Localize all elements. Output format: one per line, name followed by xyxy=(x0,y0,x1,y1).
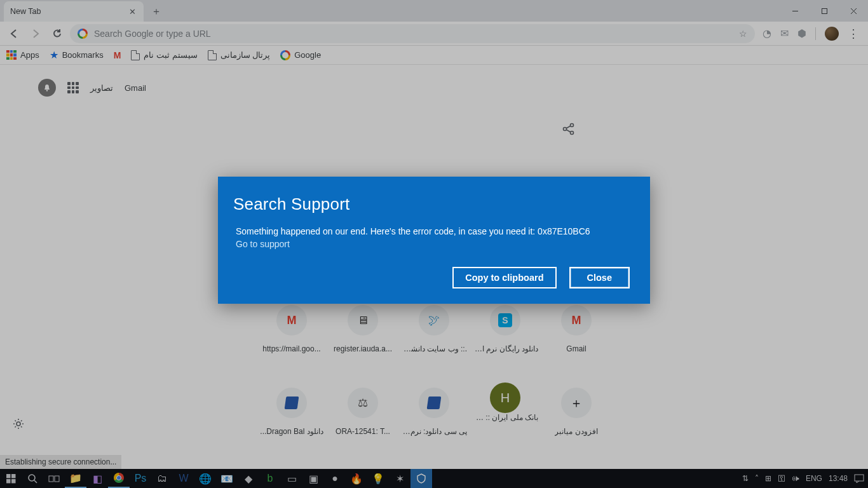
bookmark-star-icon[interactable]: ☆ xyxy=(739,29,747,39)
shortcut-icon-circle: 🖥 xyxy=(348,305,378,336)
taskbar-app[interactable]: 🔥 xyxy=(346,469,367,488)
ntp-shortcut[interactable]: Sدانلود رایگان نرم افزار xyxy=(470,300,541,383)
svg-line-16 xyxy=(34,480,37,483)
ntp-shortcut[interactable]: 🖥register.iauda.a... xyxy=(327,300,398,383)
taskbar-app[interactable]: ▭ xyxy=(281,469,302,488)
close-window-button[interactable] xyxy=(839,0,868,22)
taskbar-app[interactable]: 🌐 xyxy=(194,469,216,488)
taskbar-app[interactable]: 📁 xyxy=(65,469,86,488)
taskbar-app-active[interactable] xyxy=(410,469,432,488)
forward-button[interactable] xyxy=(27,25,44,43)
maximize-button[interactable] xyxy=(810,0,839,22)
bookmark-item[interactable]: پرتال سازمانی xyxy=(208,50,271,60)
google-icon xyxy=(78,29,88,39)
bookmark-label: Bookmarks xyxy=(62,50,104,60)
taskbar-app[interactable]: b xyxy=(259,469,281,488)
taskbar-app[interactable]: 📧 xyxy=(216,469,238,488)
browser-tab[interactable]: New Tab ✕ xyxy=(4,1,144,22)
svg-rect-14 xyxy=(11,479,16,484)
gmail-icon: M xyxy=(114,50,121,60)
ntp-shortcut[interactable]: Hبانک ملی ایران :: شب... xyxy=(470,383,541,465)
shortcut-label: دانلود Dragon Bal... xyxy=(260,427,323,436)
back-button[interactable] xyxy=(5,25,23,43)
chrome-menu-icon[interactable]: ⋮ xyxy=(848,27,859,41)
images-link[interactable]: تصاویر xyxy=(90,83,113,93)
language-indicator[interactable]: ENG xyxy=(806,474,822,483)
search-button[interactable] xyxy=(22,469,43,488)
task-view-button[interactable] xyxy=(43,469,65,488)
google-apps-icon[interactable] xyxy=(67,82,79,93)
tray-icon[interactable]: ⊞ xyxy=(765,474,771,483)
clock[interactable]: 13:48 xyxy=(829,474,848,483)
shortcut-label: ORA-12541: T... xyxy=(336,427,390,436)
separator xyxy=(815,27,816,40)
tray-icon[interactable]: ⇅ xyxy=(742,474,749,483)
minimize-button[interactable] xyxy=(780,0,810,22)
extension-icon[interactable]: ⬢ xyxy=(797,27,806,39)
share-icon[interactable] xyxy=(562,122,576,136)
support-link[interactable]: Go to support xyxy=(233,239,630,249)
ntp-shortcut[interactable]: ＋افزودن میانبر xyxy=(541,383,612,465)
ntp-shortcut[interactable]: ⚖ORA-12541: T... xyxy=(327,383,398,465)
shortcut-label: افزودن میانبر xyxy=(555,427,597,436)
bookmark-item[interactable]: Google xyxy=(280,50,321,60)
avatar-icon: H xyxy=(490,383,520,413)
wifi-icon[interactable]: ⚿ xyxy=(778,474,785,483)
dialog-message: Something happened on our end. Here's th… xyxy=(233,226,630,238)
tab-title: New Tab xyxy=(10,7,41,16)
taskbar-app[interactable]: W xyxy=(173,469,194,488)
start-button[interactable] xyxy=(0,469,22,488)
taskbar-app[interactable]: ● xyxy=(324,469,346,488)
taskbar-app[interactable]: ✶ xyxy=(389,469,410,488)
apps-grid-icon xyxy=(6,50,17,60)
apps-shortcut[interactable]: Apps xyxy=(6,50,39,60)
ntp-shortcut[interactable]: MGmail xyxy=(541,300,612,383)
profile-avatar[interactable] xyxy=(825,27,839,41)
taskbar-app[interactable]: ◆ xyxy=(238,469,259,488)
bookmark-item[interactable]: ★ Bookmarks xyxy=(50,49,104,61)
close-button[interactable]: Close xyxy=(569,267,630,288)
taskbar-app[interactable]: 🗂 xyxy=(151,469,173,488)
reload-button[interactable] xyxy=(48,25,66,43)
google-icon xyxy=(280,50,290,60)
computer-icon: 🖥 xyxy=(357,314,369,327)
svg-rect-18 xyxy=(55,476,59,482)
svg-point-15 xyxy=(29,475,35,481)
bookmark-item[interactable]: سیستم ثبت نام xyxy=(131,50,197,60)
notifications-icon[interactable] xyxy=(38,79,56,97)
taskbar-app[interactable]: Ps xyxy=(130,469,151,488)
ntp-shortcut[interactable]: پی سی دانلود: نرم افز... xyxy=(398,383,470,465)
svg-line-8 xyxy=(566,126,571,128)
volume-icon[interactable]: 🕪 xyxy=(792,474,799,483)
ntp-shortcut[interactable]: 🕊.:: وب سایت دانشگاه ... xyxy=(398,300,470,383)
ntp-shortcuts: Mhttps://mail.goo...🖥register.iauda.a...… xyxy=(256,300,612,465)
address-bar[interactable]: Search Google or type a URL ☆ xyxy=(70,24,755,43)
tray-chevron-icon[interactable]: ˄ xyxy=(755,474,759,483)
bookmark-item[interactable]: M xyxy=(114,50,121,60)
document-icon xyxy=(285,396,299,409)
svg-point-4 xyxy=(46,90,48,91)
gmail-link[interactable]: Gmail xyxy=(125,83,146,93)
ntp-shortcut[interactable]: دانلود Dragon Bal... xyxy=(256,383,327,465)
close-tab-icon[interactable]: ✕ xyxy=(127,6,137,17)
shortcut-label: دانلود رایگان نرم افزار xyxy=(472,344,538,353)
customize-gear-icon[interactable] xyxy=(13,418,25,431)
taskbar-app[interactable]: ▣ xyxy=(302,469,324,488)
taskbar-app-chrome[interactable] xyxy=(108,469,130,488)
taskbar-app[interactable]: ◧ xyxy=(86,469,108,488)
bookmark-label: Google xyxy=(294,50,321,60)
ntp-shortcut[interactable]: Mhttps://mail.goo... xyxy=(256,300,327,383)
svg-rect-12 xyxy=(11,474,16,478)
shortcut-label: .:: وب سایت دانشگاه ... xyxy=(401,344,467,353)
bookmark-label: پرتال سازمانی xyxy=(220,50,271,60)
extension-icons: ◔ ✉ ⬢ ⋮ xyxy=(759,27,863,41)
extension-icon[interactable]: ✉ xyxy=(780,27,789,39)
action-center-icon[interactable] xyxy=(854,474,864,483)
shortcut-icon-circle xyxy=(419,388,449,418)
copy-to-clipboard-button[interactable]: Copy to clipboard xyxy=(452,267,556,288)
new-tab-button[interactable]: ＋ xyxy=(147,3,165,20)
extension-icon[interactable]: ◔ xyxy=(763,27,771,39)
document-icon xyxy=(427,396,442,409)
taskbar-app[interactable]: 💡 xyxy=(367,469,389,488)
svg-rect-17 xyxy=(49,476,53,482)
